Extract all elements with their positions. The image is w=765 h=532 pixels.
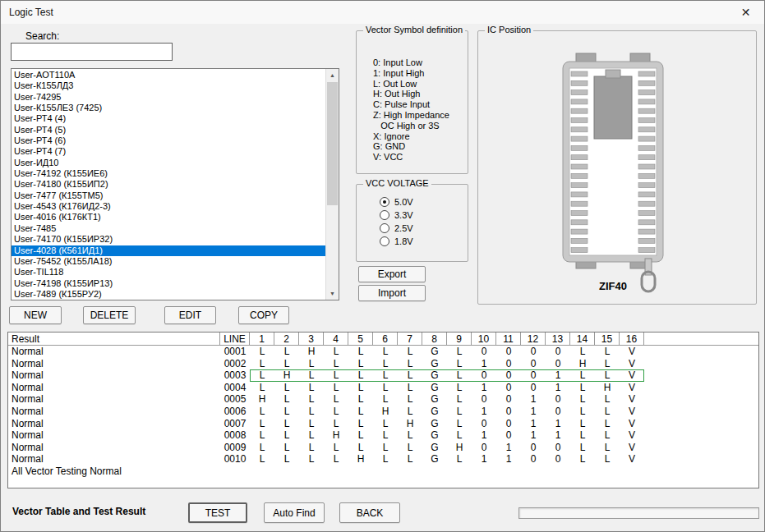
auto-find-button[interactable]: Auto Find xyxy=(264,502,325,523)
device-list-item[interactable]: User-74295 xyxy=(12,92,325,103)
device-list[interactable]: User-AOT110AUser-К155ЛД3User-74295User-К… xyxy=(11,68,339,300)
row-pin-value: L xyxy=(299,358,324,369)
zif-pin xyxy=(638,118,655,123)
row-pin-value: L xyxy=(348,382,373,393)
delete-button[interactable]: DELETE xyxy=(83,306,136,324)
export-button[interactable]: Export xyxy=(358,266,426,282)
device-list-item[interactable]: User-К155ЛД3 xyxy=(12,80,325,91)
vcc-option-label: 2.5V xyxy=(394,223,413,233)
table-row[interactable]: Normal0008LLLHLLLGL1011LLV xyxy=(8,429,758,442)
table-row[interactable]: Normal0002LLLLLLLGL1000HLV xyxy=(8,358,758,370)
column-header-pin: 5 xyxy=(348,332,373,345)
row-pin-value: G xyxy=(422,393,447,405)
device-list-item[interactable]: User-7477 (К155ТМ5) xyxy=(12,190,325,201)
logic-test-dialog: Logic Test ✕ Search: User-AOT110AUser-К1… xyxy=(0,0,765,532)
search-input[interactable] xyxy=(11,43,173,61)
table-row[interactable]: Normal0010LLLLHLLGL1100LLV xyxy=(8,453,758,466)
device-list-item[interactable]: User-7485 xyxy=(12,223,325,234)
table-row[interactable]: Normal0001LLHLLLLGL0000LLV xyxy=(8,346,758,358)
zif-socket-graphic xyxy=(543,48,683,295)
row-pin-value: V xyxy=(620,429,644,441)
row-pin-value: V xyxy=(620,358,644,369)
close-icon[interactable]: ✕ xyxy=(727,1,764,24)
table-row[interactable]: Normal0005HLLLLLLGL0010LLV xyxy=(8,393,758,406)
device-list-item[interactable]: User-4016 (К176КТ1) xyxy=(12,212,325,222)
test-button[interactable]: TEST xyxy=(188,502,247,523)
row-pin-value: H xyxy=(398,418,422,429)
device-list-item[interactable]: User-74192 (К155ИЕ6) xyxy=(12,168,325,179)
table-row[interactable]: Normal0003LHLLLLLGL0001LLV xyxy=(8,369,758,382)
vcc-option[interactable]: 5.0V xyxy=(380,195,413,209)
device-list-item[interactable]: User-РТ4 (7) xyxy=(12,146,325,157)
row-pin-value: L xyxy=(398,442,422,453)
scroll-down-icon[interactable]: ▼ xyxy=(326,287,339,300)
device-list-item[interactable]: User-РТ4 (6) xyxy=(12,135,325,146)
row-pin-value: L xyxy=(250,418,274,429)
row-pin-value: L xyxy=(348,393,373,405)
device-list-item[interactable]: User-74198 (К155ИР13) xyxy=(12,278,325,289)
scroll-up-icon[interactable]: ▲ xyxy=(326,69,339,81)
vector-symbol-line: L: Out Low xyxy=(373,79,466,89)
device-list-item[interactable]: User-74170 (К155ИР32) xyxy=(12,234,325,245)
row-pin-value: L xyxy=(348,346,373,357)
zif-pin xyxy=(638,80,655,85)
zif-pin xyxy=(638,127,655,132)
vector-symbol-line: 1: Input High xyxy=(373,68,466,79)
row-line: 0002 xyxy=(220,358,250,369)
new-button[interactable]: NEW xyxy=(9,306,62,324)
row-pin-value: 0 xyxy=(546,406,570,417)
device-list-item[interactable]: User-74180 (К155ИП2) xyxy=(12,179,325,190)
row-pin-value: L xyxy=(250,369,274,381)
zif-pin xyxy=(571,183,588,188)
edit-button[interactable]: EDIT xyxy=(164,306,216,324)
row-pin-value: L xyxy=(570,406,595,417)
table-row[interactable]: Normal0006LLLLLHLGL1010LLV xyxy=(8,406,758,418)
row-pin-value: 0 xyxy=(521,453,546,465)
device-list-item[interactable]: User-TIL118 xyxy=(12,267,325,277)
row-pin-value: V xyxy=(620,346,644,357)
title-bar[interactable]: Logic Test ✕ xyxy=(1,1,764,24)
device-list-item[interactable]: User-75452 (К155ЛА18) xyxy=(12,256,325,267)
table-row[interactable]: Normal0007LLLLLLHGL0011LLV xyxy=(8,417,758,429)
device-list-item[interactable]: User-К155ЛЕ3 (7425) xyxy=(12,103,325,113)
table-row[interactable]: Normal0009LLLLLLLGH0100LLV xyxy=(8,441,758,453)
row-pin-value: H xyxy=(447,442,472,453)
zif-pin xyxy=(571,192,588,197)
device-list-item[interactable]: User-AOT110A xyxy=(12,70,325,80)
row-pin-value: H xyxy=(299,346,324,357)
row-line: 0006 xyxy=(220,406,250,417)
row-pin-value: L xyxy=(398,393,422,405)
scrollbar-thumb[interactable] xyxy=(327,82,338,205)
device-list-item[interactable]: User-4028 (К561ИД1) xyxy=(12,245,325,256)
device-list-item[interactable]: User-7489 (К155РУ2) xyxy=(12,289,325,300)
row-pin-value: G xyxy=(422,346,447,357)
vector-symbol-line: V: VCC xyxy=(373,152,466,163)
device-list-item[interactable]: User-РТ4 (4) xyxy=(12,113,325,124)
device-list-items: User-AOT110AUser-К155ЛД3User-74295User-К… xyxy=(12,70,325,300)
row-pin-value: L xyxy=(274,453,299,465)
ic-chip xyxy=(594,76,632,139)
column-header-pin: 16 xyxy=(620,332,644,345)
device-list-item[interactable]: User-ИД10 xyxy=(12,158,325,168)
vcc-option[interactable]: 3.3V xyxy=(380,209,413,222)
row-pin-value: 1 xyxy=(521,406,546,417)
row-pin-value: L xyxy=(274,346,299,357)
row-pin-value: L xyxy=(595,346,620,357)
progress-bar xyxy=(518,507,759,519)
import-button[interactable]: Import xyxy=(358,285,426,301)
device-list-item[interactable]: User-4543 (К176ИД2-3) xyxy=(12,201,325,212)
vcc-option[interactable]: 1.8V xyxy=(380,235,413,248)
row-pin-value: L xyxy=(570,442,595,453)
copy-button[interactable]: COPY xyxy=(238,306,289,324)
table-row[interactable]: Normal0004LLLLLLLGL1001LHV xyxy=(8,382,758,394)
row-pin-value: L xyxy=(324,369,348,381)
row-pin-value: L xyxy=(570,453,595,465)
row-pin-value: H xyxy=(373,406,398,417)
back-button[interactable]: BACK xyxy=(339,502,400,523)
device-list-item[interactable]: User-РТ4 (5) xyxy=(12,125,325,135)
row-pin-value: L xyxy=(398,429,422,441)
vcc-option[interactable]: 2.5V xyxy=(380,222,413,235)
row-pin-value: L xyxy=(570,418,595,429)
row-pin-value: L xyxy=(348,406,373,417)
list-scrollbar[interactable]: ▲ ▼ xyxy=(325,69,339,300)
